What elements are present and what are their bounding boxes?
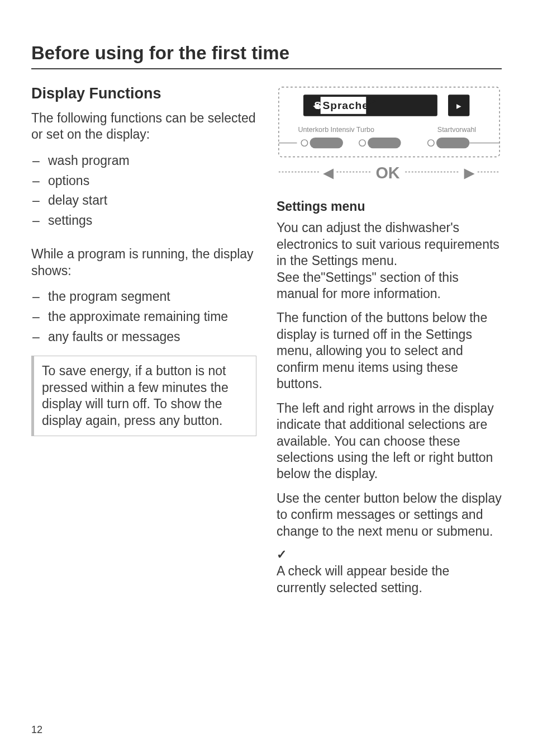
nav-right-arrow-icon: ▶ — [464, 166, 475, 180]
page-title: Before using for the first time — [31, 42, 502, 64]
energy-note-text: To save energy, if a button is not press… — [42, 363, 248, 429]
nav-left-arrow-icon: ◀ — [323, 166, 334, 180]
left-column: Display Functions The following function… — [31, 83, 256, 604]
settings-para-5: A check will appear beside the currently… — [277, 563, 502, 596]
settings-para-4: Use the center button below the display … — [277, 490, 502, 540]
svg-rect-10 — [368, 138, 401, 148]
ok-label: OK — [376, 164, 400, 182]
settings-menu-heading: Settings menu — [277, 199, 502, 214]
panel-button-left — [301, 138, 343, 148]
check-icon: ✓ — [277, 547, 502, 562]
settings-para-2: The function of the buttons below the di… — [277, 310, 502, 392]
right-column: ◂ S Sprache ▸ Unterkorb Intensiv Turbo S… — [277, 83, 502, 604]
settings-para-3: The left and right arrows in the display… — [277, 400, 502, 483]
svg-rect-12 — [436, 138, 469, 148]
button-label-1: Unterkorb Intensiv Turbo — [298, 126, 374, 134]
svg-point-7 — [301, 140, 308, 147]
control-panel-svg: ◂ S Sprache ▸ Unterkorb Intensiv Turbo S… — [277, 85, 502, 187]
list-item: delay start — [31, 191, 256, 211]
svg-point-11 — [428, 140, 435, 147]
panel-button-right — [428, 138, 470, 148]
functions-list: wash program options delay start setting… — [31, 151, 256, 231]
svg-text:S: S — [314, 100, 322, 111]
display-text: Sprache — [323, 100, 369, 111]
list-item: any faults or messages — [31, 327, 256, 347]
page-number: 12 — [31, 724, 42, 736]
list-item: wash program — [31, 151, 256, 171]
list-item: options — [31, 171, 256, 191]
panel-button-center — [359, 138, 401, 148]
energy-note-box: To save energy, if a button is not press… — [31, 356, 256, 436]
display-functions-heading: Display Functions — [31, 85, 256, 102]
running-list: the program segment the approximate rema… — [31, 287, 256, 347]
svg-point-9 — [359, 140, 366, 147]
display-right-arrow-icon: ▸ — [456, 100, 461, 111]
list-item: the approximate remaining time — [31, 307, 256, 327]
display-functions-intro: The following functions can be selected … — [31, 110, 256, 143]
list-item: settings — [31, 211, 256, 231]
list-item: the program segment — [31, 287, 256, 307]
settings-para-1: You can adjust the dishwasher's electron… — [277, 220, 502, 302]
running-intro: While a program is running, the display … — [31, 246, 256, 279]
title-rule — [31, 68, 502, 69]
button-label-2: Startvorwahl — [437, 126, 476, 134]
control-panel-illustration: ◂ S Sprache ▸ Unterkorb Intensiv Turbo S… — [277, 85, 502, 189]
svg-rect-8 — [310, 138, 343, 148]
